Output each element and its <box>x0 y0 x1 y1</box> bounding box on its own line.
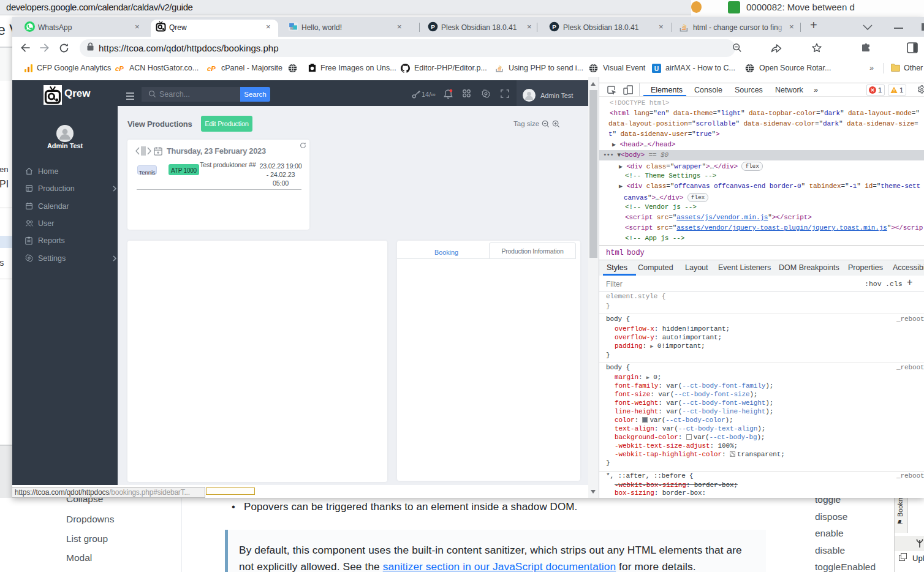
svg-text:P: P <box>431 23 435 30</box>
svg-text:U: U <box>654 66 659 72</box>
svg-text:P: P <box>552 23 556 30</box>
svg-text:cP: cP <box>115 65 124 72</box>
svg-text:cP: cP <box>207 65 216 72</box>
